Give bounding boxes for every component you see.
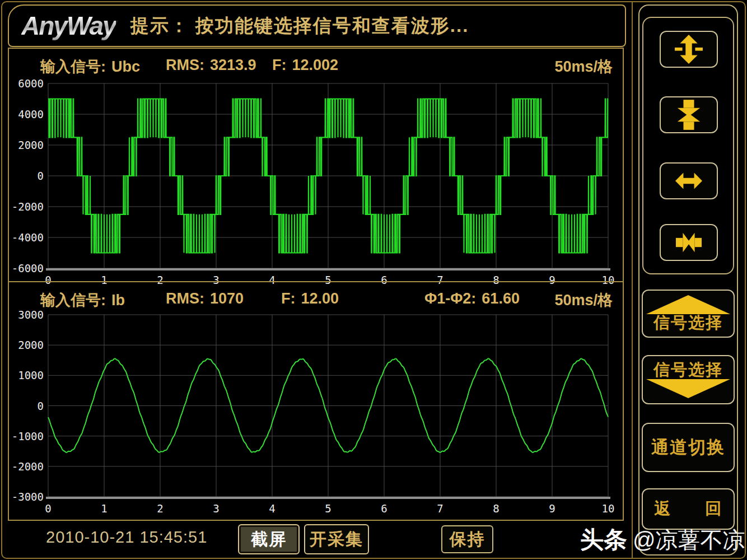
channel2-panel: 输入信号:Ib RMS:1070 F:12.00 Φ1-Φ2:61.60 50m… <box>9 282 623 520</box>
x-axis-tick-label: 3 <box>204 502 228 515</box>
waveform-plot <box>48 315 608 497</box>
ch2-input-label: 输入信号:Ib <box>40 290 125 309</box>
x-axis-tick-label: 7 <box>428 502 452 515</box>
compress-horizontal-icon <box>671 229 706 256</box>
ch2-phase-value: 61.60 <box>482 290 520 307</box>
anyway-logo: AnyWay <box>21 11 116 41</box>
x-axis-tick-label: 2 <box>148 502 172 515</box>
bottom-bar: 2010-10-21 15:45:51 截屏 开采集 保持 <box>2 521 632 558</box>
grid-lines <box>48 315 608 497</box>
ch1-timebase: 50ms/格 <box>554 57 613 76</box>
y-axis-tick-label: 0 <box>10 400 44 412</box>
back-button[interactable]: 返 回 <box>642 488 735 530</box>
x-axis-tick-label: 6 <box>372 502 396 515</box>
x-axis-tick-label: 0 <box>36 502 60 515</box>
y-axis-tick-label: -6000 <box>10 262 44 274</box>
hint-message: 提示： 按功能键选择信号和查看波形... <box>130 13 469 39</box>
ch2-frequency: F:12.00 <box>281 290 339 309</box>
y-axis-tick-label: 6000 <box>10 77 44 90</box>
x-axis-tick-label: 8 <box>484 502 508 515</box>
back-label-right: 回 <box>705 500 722 518</box>
sidebar: 信号选择 信号选择 通道切换 返 回 <box>638 4 738 556</box>
ch1-frequency: F:12.002 <box>272 57 338 76</box>
ch2-timebase: 50ms/格 <box>554 290 613 309</box>
signal-select-down-label: 信号选择 <box>653 361 723 379</box>
y-axis-tick-label: 1000 <box>10 369 44 381</box>
signal-select-up-label: 信号选择 <box>653 314 723 332</box>
vertical-compress-button[interactable] <box>660 96 718 133</box>
waveform-area: 输入信号:Ubc RMS:3213.9 F:12.002 50ms/格 6000… <box>8 48 624 521</box>
x-axis-tick-label: 1 <box>92 502 116 515</box>
vertical-expand-button[interactable] <box>660 31 718 68</box>
ch1-freq-value: 12.002 <box>292 57 338 73</box>
hold-button[interactable]: 保持 <box>441 525 493 553</box>
compress-vertical-icon <box>673 99 705 130</box>
analyzer-screen: AnyWay 提示： 按功能键选择信号和查看波形... 输入信号:Ubc RMS… <box>0 0 747 560</box>
horizontal-compress-button[interactable] <box>660 224 718 261</box>
ch2-signal-name: Ib <box>111 292 125 309</box>
y-axis-tick-label: -1000 <box>10 430 44 442</box>
y-axis-tick-label: 4000 <box>10 108 44 120</box>
y-axis-tick-label: -3000 <box>10 491 44 503</box>
x-axis-tick-label: 4 <box>260 502 284 515</box>
y-axis-tick-label: 0 <box>10 170 44 182</box>
triangle-up-icon <box>646 295 730 314</box>
title-bar: AnyWay 提示： 按功能键选择信号和查看波形... <box>8 4 626 47</box>
x-axis-baseline <box>46 497 610 499</box>
ch1-input-label: 输入信号:Ubc <box>40 57 140 76</box>
channel-switch-label: 通道切换 <box>651 438 725 457</box>
signal-select-down-button[interactable]: 信号选择 <box>642 355 735 404</box>
y-axis-tick-label: -4000 <box>10 231 44 244</box>
y-axis-tick-label: 2000 <box>10 339 44 351</box>
channel1-panel: 输入信号:Ubc RMS:3213.9 F:12.002 50ms/格 6000… <box>9 49 623 281</box>
y-axis-tick-label: -2000 <box>10 460 44 473</box>
horizontal-expand-button[interactable] <box>660 162 718 199</box>
ch2-phase-diff: Φ1-Φ2:61.60 <box>424 290 520 309</box>
ch2-rms-value: 1070 <box>210 290 244 307</box>
ch1-signal-name: Ubc <box>111 58 140 75</box>
y-axis-tick-label: -2000 <box>10 200 44 213</box>
timestamp: 2010-10-21 15:45:51 <box>46 528 207 547</box>
x-axis-baseline <box>46 268 610 270</box>
expand-vertical-icon <box>673 35 705 64</box>
channel-switch-button[interactable]: 通道切换 <box>642 423 735 472</box>
ch2-freq-value: 12.00 <box>301 290 339 307</box>
signal-select-up-button[interactable]: 信号选择 <box>642 290 735 338</box>
watermark: 头条 @凉薯不凉 <box>580 524 745 556</box>
start-capture-button[interactable]: 开采集 <box>304 524 369 554</box>
x-axis-tick-label: 10 <box>596 502 620 515</box>
waveform-plot <box>48 83 608 268</box>
x-axis-tick-label: 5 <box>316 502 340 515</box>
sidebar-separator <box>632 2 633 558</box>
y-axis-tick-label: 2000 <box>10 139 44 151</box>
ch1-rms-value: 3213.9 <box>210 57 256 73</box>
screenshot-button[interactable]: 截屏 <box>238 524 300 554</box>
ch1-rms: RMS:3213.9 <box>166 57 256 76</box>
watermark-handle: @凉薯不凉 <box>633 525 745 556</box>
ch2-rms: RMS:1070 <box>166 290 244 309</box>
zoom-button-group <box>642 17 734 274</box>
expand-horizontal-icon <box>671 167 706 194</box>
watermark-brand: 头条 <box>580 524 627 556</box>
y-axis-tick-label: 3000 <box>10 309 44 321</box>
triangle-down-icon <box>646 379 730 398</box>
x-axis-tick-label: 9 <box>540 502 564 515</box>
back-label-left: 返 <box>654 500 671 518</box>
